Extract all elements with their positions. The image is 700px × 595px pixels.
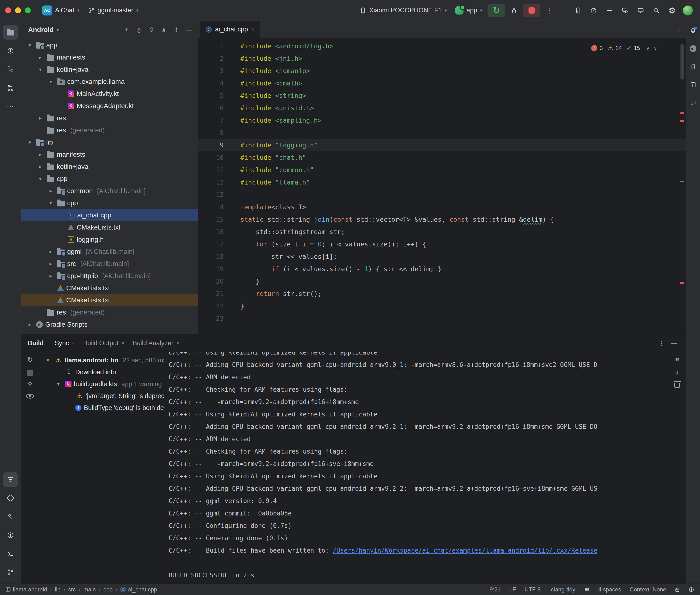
notifications-status-icon[interactable] (689, 587, 694, 592)
project-tree-item[interactable]: ▾cpp (21, 197, 198, 209)
gradle-tool-button[interactable] (688, 43, 699, 54)
project-tree-item[interactable]: ▸ggml[AiChat.lib.main] (21, 246, 198, 258)
caret-position-widget[interactable]: 9:21 (489, 586, 501, 593)
vcs-branch-widget[interactable]: ggml-master ▾ (85, 4, 142, 17)
device-explorer-tool-button[interactable] (688, 61, 699, 73)
tree-chevron-icon[interactable]: ▸ (36, 115, 44, 121)
breadcrumb-item[interactable]: llama.android (13, 586, 47, 593)
stop-button[interactable] (523, 4, 540, 18)
tree-chevron-icon[interactable]: ▸ (47, 249, 55, 255)
search-everywhere-button[interactable] (649, 4, 663, 18)
filter-visibility-icon[interactable] (26, 394, 34, 399)
new-item-button[interactable]: + (121, 25, 132, 35)
build-options-button[interactable]: ⋮ (656, 338, 667, 348)
pin-icon[interactable] (28, 382, 32, 385)
error-stripe-mark[interactable] (680, 120, 684, 122)
editor-gutter[interactable]: 1234567891011121314151617181920212223 (198, 38, 239, 334)
project-tree-item[interactable]: ▸cpp-httplib[AiChat.lib.main] (21, 270, 198, 282)
error-stripe-mark[interactable] (680, 112, 684, 114)
lock-icon[interactable] (675, 587, 680, 592)
scroll-to-end-button[interactable]: ⇓ (672, 367, 682, 378)
device-manager-button[interactable] (571, 4, 585, 18)
run-configuration-selector[interactable]: app ▾ (452, 4, 486, 17)
project-tree-item[interactable]: ▸res (21, 112, 198, 124)
profile-button[interactable] (681, 4, 695, 18)
previous-problem-button[interactable]: ∧ (646, 45, 650, 51)
collapse-all-button[interactable]: ∧ (159, 25, 169, 35)
encoding-widget[interactable]: UTF-8 (525, 586, 541, 593)
inspections-status-icon[interactable] (584, 587, 590, 592)
project-tree-item[interactable]: ▸manifests (21, 51, 198, 63)
project-tree-item[interactable]: CMakeLists.txt (21, 221, 198, 233)
project-tree-item[interactable]: CMakeLists.txt (21, 294, 198, 306)
build-tab-build-output[interactable]: Build Output× (81, 338, 127, 349)
build-output-path-link[interactable]: /Users/hanyin/Workspace/ai-chat/examples… (333, 547, 597, 554)
window-close-button[interactable] (5, 7, 11, 13)
pull-requests-tool-button[interactable] (3, 81, 18, 95)
more-tool-windows-button[interactable]: ⋯ (3, 99, 18, 114)
logcat-button[interactable] (603, 4, 616, 18)
locate-file-button[interactable]: ◎ (134, 25, 144, 35)
more-run-actions-button[interactable]: ⋮ (542, 4, 556, 18)
project-tree-item[interactable]: KMainActivity.kt (21, 88, 198, 100)
project-tree-item[interactable]: ▸kotlin+java (21, 161, 198, 173)
tree-chevron-icon[interactable]: ▸ (47, 188, 55, 194)
tree-chevron-icon[interactable]: ▾ (44, 358, 52, 363)
build-tool-button[interactable] (3, 509, 18, 524)
clang-tidy-widget[interactable]: .clang-tidy (549, 586, 575, 593)
breadcrumb-item[interactable]: cpp (103, 586, 113, 593)
project-tree-item[interactable]: Cai_chat.cpp (21, 209, 198, 221)
error-stripe-mark[interactable] (680, 282, 684, 284)
tree-chevron-icon[interactable]: ▸ (36, 55, 44, 60)
inspections-widget[interactable]: ! 3 ⚠ 24 ✓ 15 ∧ ∨ (591, 44, 657, 52)
build-tab-build-analyzer[interactable]: Build Analyzer× (130, 338, 182, 349)
project-tree-item[interactable]: ▾com.example.llama (21, 76, 198, 88)
error-stripe-mark[interactable] (680, 181, 684, 182)
device-selector[interactable]: Xiaomi POCOPHONE F1 ▾ (356, 4, 450, 17)
next-problem-button[interactable]: ∨ (653, 45, 657, 51)
debug-button[interactable] (507, 4, 521, 18)
profiler-button[interactable] (587, 4, 600, 18)
clear-console-button[interactable] (672, 380, 682, 391)
close-tab-icon[interactable]: × (176, 340, 179, 346)
hide-panel-button[interactable]: — (184, 25, 194, 35)
project-tree-item[interactable]: ▸Gradle Scripts (21, 318, 198, 331)
version-control-tool-button[interactable] (3, 565, 18, 580)
window-minimize-button[interactable] (15, 7, 21, 13)
tree-chevron-icon[interactable]: ▾ (47, 79, 55, 85)
app-quality-insights-tool-button[interactable] (3, 491, 18, 506)
notifications-button[interactable] (688, 25, 699, 36)
tree-chevron-icon[interactable]: ▸ (36, 164, 44, 170)
panel-options-button[interactable]: ⋮ (171, 25, 181, 35)
project-tree-item[interactable]: ▾app (21, 39, 198, 51)
running-devices-button[interactable] (634, 4, 648, 18)
close-tab-icon[interactable]: × (121, 340, 124, 346)
commit-tool-button[interactable] (3, 43, 18, 58)
project-tree-item[interactable]: ▾kotlin+java (21, 63, 198, 76)
breadcrumb-item[interactable]: Cai_chat.cpp (120, 586, 157, 593)
expand-all-button[interactable]: ⇕ (146, 25, 157, 35)
editor-options-button[interactable]: ⋮ (674, 24, 684, 35)
close-tab-icon[interactable]: × (251, 26, 255, 33)
build-tree-item[interactable]: iBuildType 'debug' is both de (39, 402, 164, 414)
project-tree-item[interactable]: res(generated) (21, 306, 198, 318)
tree-chevron-icon[interactable]: ▾ (47, 200, 55, 206)
terminal-tool-button[interactable] (3, 546, 18, 561)
app-inspection-button[interactable] (618, 4, 632, 18)
build-tree-item[interactable]: ↧Download info (39, 366, 164, 378)
tree-chevron-icon[interactable]: ▾ (26, 140, 34, 145)
tree-chevron-icon[interactable]: ▾ (54, 381, 62, 387)
stop-sync-button[interactable] (27, 370, 33, 376)
code-area[interactable]: #include <android/log.h>#include <jni.h>… (239, 38, 686, 334)
editor-tab[interactable]: C ai_chat.cpp × (200, 21, 260, 38)
code-editor[interactable]: 1234567891011121314151617181920212223 #i… (198, 38, 686, 334)
breadcrumb-item[interactable]: lib (55, 586, 60, 593)
build-tree-item[interactable]: ▾⚠llama.android: fin22 sec, 583 ms (39, 354, 164, 366)
run-button[interactable]: ↻ (487, 4, 505, 18)
tree-chevron-icon[interactable]: ▸ (36, 152, 44, 158)
build-output-console[interactable]: C/C++: -- Using KleidiAI optimized kerne… (164, 352, 686, 584)
indent-widget[interactable]: 4 spaces (598, 586, 621, 593)
breadcrumb-item[interactable]: src (68, 586, 76, 593)
build-tree-item[interactable]: ⚠'jvmTarget: String' is deprec (39, 390, 164, 402)
tree-chevron-icon[interactable]: ▸ (26, 322, 34, 328)
